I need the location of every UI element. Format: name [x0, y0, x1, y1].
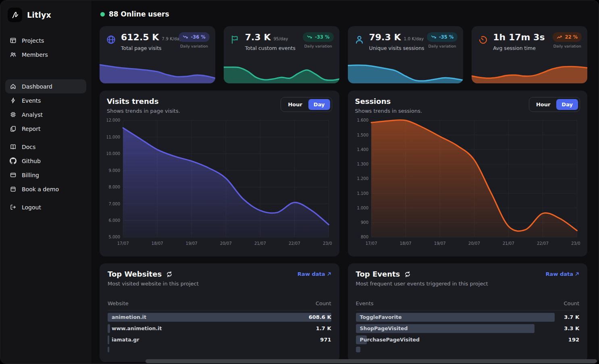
svg-text:21/07: 21/07: [502, 241, 514, 246]
litlyx-logo-icon: [8, 8, 22, 22]
hour-toggle-button[interactable]: Hour: [531, 99, 555, 110]
svg-text:8.000: 8.000: [108, 185, 120, 189]
table-title: Top Events: [356, 270, 400, 278]
trend-icon: [431, 35, 437, 39]
sidebar-item-report[interactable]: Report: [5, 122, 86, 136]
hour-day-toggle: Hour Day: [281, 97, 332, 112]
day-toggle-button[interactable]: Day: [556, 99, 578, 110]
sidebar-item-billing[interactable]: Billing: [5, 168, 86, 182]
table-subtitle: Most visited website in this project: [108, 281, 199, 287]
sidebar-spacer: [5, 62, 86, 79]
sidebar-item-dashboard[interactable]: Dashboard: [5, 79, 86, 93]
charts-row: Visits trends Shows trends in page visit…: [100, 91, 587, 256]
sidebar: Litlyx Projects Members: [0, 0, 91, 364]
stat-card-total-page-visits: 612.5 K 7.9 K/day Total page visits -36 …: [100, 26, 215, 83]
svg-text:19/07: 19/07: [186, 241, 198, 246]
svg-text:17/07: 17/07: [117, 241, 129, 246]
stat-value: 7.3 K: [245, 32, 271, 42]
online-users-label: 88 Online users: [109, 10, 169, 18]
table-row[interactable]: PurchasePageVisited 192: [356, 335, 580, 344]
report-icon: [10, 125, 17, 132]
row-bar: [108, 347, 109, 352]
svg-text:17/07: 17/07: [365, 241, 377, 246]
sidebar-item-logout[interactable]: Logout: [5, 200, 86, 214]
ai-chip-icon: [10, 111, 17, 118]
row-count: 1.7 K: [316, 324, 331, 333]
sidebar-item-label: Events: [22, 97, 41, 104]
refresh-icon[interactable]: [166, 271, 173, 277]
column-header-events: Events: [356, 300, 374, 306]
raw-data-label: Raw data: [546, 271, 573, 277]
top-events-card: Top Events Most frequent user events tri…: [348, 263, 588, 362]
daily-variation-badge: -35 %: [427, 32, 458, 42]
table-row[interactable]: www.animetion.it 1.7 K: [108, 324, 331, 333]
row-label: iamata.gr: [112, 335, 139, 344]
sidebar-item-book-a-demo[interactable]: Book a demo: [5, 182, 86, 196]
row-count: 192: [568, 335, 579, 344]
raw-data-link[interactable]: Raw data: [297, 271, 331, 277]
sidebar-item-analyst[interactable]: Analyst: [5, 108, 86, 122]
sessions-chart: 1.6001.5001.4001.3001.2001.1001.00090080…: [355, 117, 580, 248]
visits-trends-card: Visits trends Shows trends in page visit…: [100, 91, 339, 256]
svg-text:1.300: 1.300: [357, 162, 368, 166]
row-bar: [108, 324, 110, 333]
user-icon: [354, 35, 364, 45]
badge-value: 22 %: [565, 34, 578, 40]
sidebar-item-projects[interactable]: Projects: [5, 33, 86, 48]
stat-label: Total custom events: [245, 45, 303, 51]
timer-icon: [478, 35, 488, 45]
raw-data-label: Raw data: [297, 271, 325, 277]
svg-text:22/07: 22/07: [537, 241, 548, 246]
day-toggle-button[interactable]: Day: [308, 99, 330, 110]
sidebar-item-label: Billing: [22, 172, 39, 178]
sidebar-item-label: Analyst: [22, 112, 43, 118]
column-header-count: Count: [316, 300, 331, 306]
svg-text:1.100: 1.100: [357, 191, 368, 196]
refresh-icon[interactable]: [404, 271, 411, 277]
stat-card-unique-visits-sessions: 79.3 K 1.0 K/day Unique visits sessions …: [348, 26, 464, 83]
table-row-partial: [356, 347, 580, 352]
sidebar-item-label: Members: [22, 52, 48, 58]
badge-value: -33 %: [315, 34, 329, 40]
hour-toggle-button[interactable]: Hour: [283, 99, 307, 110]
tables-row: Top Websites Most visited website in thi…: [100, 263, 587, 362]
book-icon: [10, 143, 17, 150]
svg-text:19/07: 19/07: [434, 241, 445, 246]
daily-variation-badge: 22 %: [553, 32, 582, 42]
sidebar-item-docs[interactable]: Docs: [5, 140, 86, 154]
app-window: Litlyx Projects Members: [0, 0, 599, 364]
sidebar-item-events[interactable]: Events: [5, 93, 86, 108]
svg-text:6.000: 6.000: [108, 218, 120, 223]
svg-text:1.000: 1.000: [357, 206, 368, 210]
sparkline-chart: [224, 58, 339, 83]
table-row-partial: [108, 347, 331, 352]
sidebar-spacer: [5, 136, 86, 140]
svg-text:11.000: 11.000: [107, 135, 120, 139]
svg-text:1.600: 1.600: [357, 118, 368, 123]
table-row[interactable]: iamata.gr 971: [108, 335, 331, 344]
table-row[interactable]: animetion.it 608.6 K: [108, 313, 331, 322]
table-row[interactable]: ToggleFavorite 3.7 K: [356, 313, 580, 322]
horizontal-scrollbar[interactable]: [146, 359, 597, 363]
svg-text:800: 800: [360, 235, 368, 240]
row-label: PurchasePageVisited: [360, 335, 420, 344]
members-icon: [10, 51, 17, 58]
sparkline-chart: [100, 58, 215, 83]
github-icon: [10, 157, 17, 164]
raw-data-link[interactable]: Raw data: [546, 271, 579, 277]
badge-caption: Daily variation: [427, 44, 458, 48]
sidebar-item-github[interactable]: Github: [5, 154, 86, 168]
sidebar-item-label: Report: [22, 126, 40, 132]
sidebar-item-label: Dashboard: [22, 83, 52, 90]
stat-card-avg-session-time: 1h 17m 3s Avg session time 22 %: [472, 26, 587, 83]
sidebar-item-label: Logout: [22, 204, 41, 211]
sidebar-item-members[interactable]: Members: [5, 48, 86, 62]
stat-label: Unique visits sessions: [369, 45, 427, 51]
svg-text:1.500: 1.500: [357, 133, 368, 137]
stat-card-total-custom-events: 7.3 K 95/day Total custom events -33 %: [224, 26, 339, 83]
table-subtitle: Most frequent user events triggered in t…: [356, 281, 488, 287]
svg-text:10.000: 10.000: [107, 151, 120, 156]
table-row[interactable]: ShopPageVisited 3.3 K: [356, 324, 580, 333]
home-icon: [10, 83, 17, 90]
trend-icon: [557, 35, 562, 39]
